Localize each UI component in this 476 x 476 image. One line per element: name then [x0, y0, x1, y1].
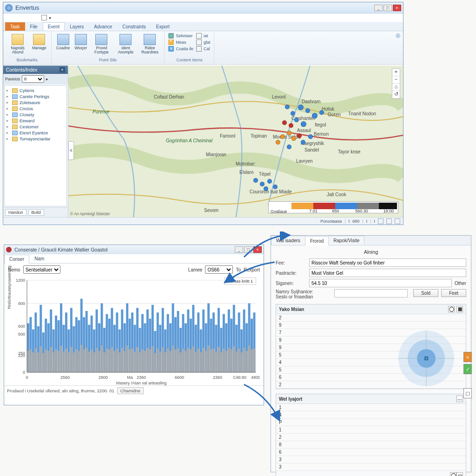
- tree-expand-icon[interactable]: ▸: [7, 131, 10, 135]
- ribbon-tab-file[interactable]: File: [25, 22, 43, 31]
- map-data-point[interactable]: [285, 105, 290, 109]
- tree-expand-icon[interactable]: ▸: [7, 106, 10, 111]
- map-data-point[interactable]: [294, 118, 299, 122]
- group-remove-icon[interactable]: ▭: [456, 472, 463, 476]
- map-control-button[interactable]: +: [392, 69, 400, 76]
- map-control-button[interactable]: −: [392, 76, 400, 84]
- ribbon-tab-export[interactable]: Export: [151, 22, 175, 31]
- ribbon-list-item[interactable]: Meas: [168, 40, 193, 45]
- chart-close-button[interactable]: ×: [253, 246, 262, 253]
- map-data-point[interactable]: [298, 105, 304, 110]
- maximize-button[interactable]: □: [383, 5, 392, 11]
- map-canvas[interactable]: PunmveCofaut DerhanLevonlDashramHoliskGo…: [68, 66, 403, 217]
- ribbon-tab-advance[interactable]: Advance: [89, 22, 117, 31]
- ribbon-list-item[interactable]: Cal: [196, 46, 211, 52]
- table-row[interactable]: 5: [276, 351, 466, 359]
- table-row[interactable]: 9: [276, 322, 466, 329]
- table-row[interactable]: 8: [276, 441, 466, 449]
- detail-tab-0[interactable]: Wal isaders: [271, 236, 305, 245]
- detail-tab-2[interactable]: Rapok/Visite: [328, 236, 364, 245]
- table-row[interactable]: P: [276, 419, 466, 426]
- table-row[interactable]: 9: [276, 337, 466, 344]
- ribbon-list-item[interactable]: Seketaer: [168, 33, 193, 39]
- tree-expand-icon[interactable]: ▸: [7, 119, 10, 123]
- tree-node[interactable]: ▸Carete Pertngs: [7, 93, 65, 99]
- map-control-button[interactable]: ⌂: [392, 84, 400, 91]
- chart-name-select[interactable]: Sentselalluer: [23, 265, 60, 274]
- ribbon-help-icon[interactable]: ◎: [393, 31, 403, 64]
- ribbon-tab-event[interactable]: Event: [43, 22, 65, 31]
- map-data-point[interactable]: [267, 179, 272, 184]
- tree-expand-icon[interactable]: ▸: [7, 100, 10, 105]
- chart-min-button[interactable]: _: [235, 246, 243, 253]
- table-row[interactable]: 2: [276, 381, 466, 389]
- ribbon-item[interactable]: Manage: [31, 33, 47, 51]
- map-data-point[interactable]: [287, 145, 291, 149]
- tree-expand-icon[interactable]: ▸: [7, 88, 10, 93]
- group-tool-icon[interactable]: …: [456, 396, 463, 402]
- table-row[interactable]: 7: [276, 329, 466, 337]
- tree-expand-icon[interactable]: ▸: [7, 125, 10, 129]
- table-row[interactable]: 1: [276, 426, 466, 434]
- map-data-point[interactable]: [253, 178, 258, 183]
- side-btn-build[interactable]: Build: [28, 209, 44, 216]
- detail-tab-1[interactable]: Frorod: [305, 236, 329, 245]
- map-data-point[interactable]: [301, 121, 306, 127]
- group-tool-icon[interactable]: ◯: [448, 306, 455, 312]
- map-data-point[interactable]: [273, 185, 278, 189]
- ribbon-item[interactable]: Ident Anomple: [115, 33, 136, 55]
- table-row[interactable]: 1: [276, 404, 466, 411]
- status-box[interactable]: [395, 218, 400, 224]
- status-box[interactable]: [386, 218, 392, 224]
- map-data-point[interactable]: [301, 140, 305, 145]
- map-data-point[interactable]: [291, 111, 295, 116]
- chart-footer-button[interactable]: Chamidne: [117, 387, 144, 394]
- side-toolbar-select[interactable]: 0: [22, 75, 44, 83]
- map-data-point[interactable]: [264, 186, 268, 191]
- tree-node[interactable]: ▸Cytiens: [7, 87, 65, 93]
- table-row[interactable]: 4: [276, 359, 466, 366]
- ribbon-tab-task[interactable]: Task: [5, 22, 25, 31]
- chip-more-icon[interactable]: ▢: [463, 388, 472, 398]
- map-data-point[interactable]: [291, 136, 296, 141]
- table-row[interactable]: 6: [276, 374, 466, 381]
- tree-node[interactable]: ▸Cncios: [7, 106, 65, 112]
- qat-item[interactable]: [41, 15, 47, 20]
- group-add-icon[interactable]: ◯: [450, 472, 456, 476]
- ribbon-item[interactable]: Wtoçer: [74, 33, 88, 51]
- map-data-point[interactable]: [308, 134, 313, 139]
- side-btn-handun[interactable]: Handun: [5, 209, 26, 216]
- map-control-button[interactable]: ↺: [392, 91, 400, 99]
- map-data-point[interactable]: [297, 133, 302, 138]
- chart-tab-nam[interactable]: Nam: [29, 254, 49, 263]
- tree-node[interactable]: ▸Closety: [7, 112, 65, 118]
- sold-button[interactable]: Sold: [413, 289, 438, 297]
- map-data-point[interactable]: [305, 108, 310, 113]
- table-row[interactable]: 3: [276, 456, 466, 463]
- ribbon-item[interactable]: Provid Fontype: [91, 33, 112, 55]
- ribbon-item[interactable]: Naprals Abond: [7, 33, 28, 55]
- table-row[interactable]: 6: [276, 449, 466, 456]
- chip-back-icon[interactable]: <: [463, 352, 472, 362]
- table-row[interactable]: 9: [276, 344, 466, 351]
- chip-ok-icon[interactable]: ✓: [463, 364, 472, 374]
- ribbon-tab-layers[interactable]: Layers: [65, 22, 89, 31]
- tree-expand-icon[interactable]: ▸: [7, 112, 10, 117]
- ribbon-list-item[interactable]: glat: [196, 40, 211, 45]
- map-data-point[interactable]: [280, 134, 285, 139]
- chart-lat-select[interactable]: OS66: [205, 265, 233, 274]
- table-row[interactable]: 3: [276, 463, 466, 471]
- minimize-button[interactable]: _: [374, 5, 383, 11]
- map-data-point[interactable]: [312, 113, 317, 119]
- map-data-point[interactable]: [287, 131, 291, 135]
- map-data-point[interactable]: [260, 182, 264, 186]
- table-row[interactable]: 5: [276, 366, 466, 374]
- tree-node[interactable]: ▸Cestomer: [7, 124, 65, 130]
- group-tool-icon[interactable]: ▦: [456, 306, 463, 312]
- ribbon-list-item[interactable]: Coatia ile: [168, 46, 193, 52]
- tree-node[interactable]: ▸Tornaysncianlar: [7, 136, 65, 142]
- mem-input[interactable]: [334, 289, 408, 298]
- map-data-point[interactable]: [289, 123, 293, 128]
- chart-max-button[interactable]: □: [244, 246, 252, 253]
- tree-node[interactable]: ▸Eiesrt Eyantce: [7, 130, 65, 136]
